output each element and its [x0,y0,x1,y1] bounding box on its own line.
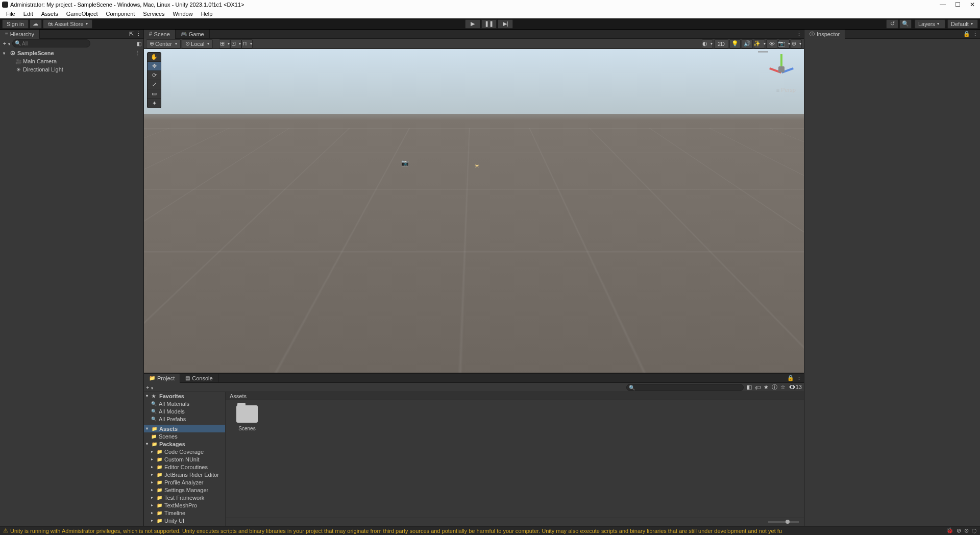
pivot-mode-button[interactable]: ⊕Center▾ [146,39,181,48]
menu-help[interactable]: Help [197,11,217,17]
hierarchy-scene-row[interactable]: ▾ ⦿ SampleScene ⋮ [0,49,143,57]
expand-arrow-icon[interactable]: ▾ [3,51,8,56]
project-breadcrumb[interactable]: Assets [226,392,804,400]
menu-edit[interactable]: Edit [19,11,37,17]
scene-menu-icon[interactable]: ⋮ [135,50,140,57]
menu-window[interactable]: Window [169,11,197,17]
packages-folder[interactable]: ▾📁Packages [144,440,225,448]
asset-folder-scenes[interactable]: Scenes [231,405,263,431]
project-create-button[interactable]: +▾ [146,384,155,391]
package-item[interactable]: ▸📁Code Coverage [144,448,225,455]
menu-services[interactable]: Services [139,11,168,17]
hierarchy-item-light[interactable]: ☀ Directional Light [0,65,143,74]
sign-in-button[interactable]: Sign in [2,19,29,29]
save-search-icon[interactable]: ★ [764,384,769,391]
menu-assets[interactable]: Assets [37,11,62,17]
favorite-all-materials[interactable]: 🔍All Materials [144,400,225,407]
menu-gameobject[interactable]: GameObject [62,11,102,17]
package-item[interactable]: ▸📁Unity UI [144,517,225,524]
panel-menu-icon[interactable]: ⋮ [796,31,802,37]
status-spinner-icon[interactable]: ◌ [972,527,977,534]
minimize-button[interactable]: — [940,1,946,8]
2d-toggle-button[interactable]: 2D [714,39,728,48]
play-button[interactable]: ▶ [465,19,480,29]
assets-scenes-folder[interactable]: 📁Scenes [144,432,225,440]
snap-increment-button[interactable]: ⊡▾ [230,39,241,48]
panel-menu-icon[interactable]: ⋮ [972,31,978,37]
favorite-all-models[interactable]: 🔍All Models [144,407,225,415]
fx-toggle-button[interactable]: ✨▾ [754,39,765,48]
tab-inspector[interactable]: ⓘInspector [804,30,845,39]
panel-menu-icon[interactable]: ⋮ [796,375,802,381]
status-message[interactable]: Unity is running with Administrator priv… [10,528,782,534]
package-item[interactable]: ▸📁Test Framework [144,494,225,501]
snap-toggle-button[interactable]: ⊓▾ [241,39,253,48]
maximize-button[interactable]: ☐ [955,1,961,8]
menu-file[interactable]: File [2,11,19,17]
status-bug-icon[interactable]: 🐞 [946,527,953,534]
thumbnail-size-slider[interactable] [226,518,804,526]
search-by-type-icon[interactable]: ◧ [747,384,752,391]
favorite-icon[interactable]: ☆ [780,384,786,391]
package-item[interactable]: ▸📁JetBrains Rider Editor [144,471,225,478]
light-gizmo-icon[interactable]: ☀ [474,162,480,169]
camera-settings-button[interactable]: 📷▾ [778,39,790,48]
tab-hierarchy[interactable]: ≡Hierarchy [0,30,40,39]
package-item[interactable]: ▸📁TextMeshPro [144,501,225,509]
project-search-input[interactable] [626,384,744,391]
orientation-gizmo[interactable] [766,54,797,85]
grid-snap-button[interactable]: ⊞▾ [219,39,230,48]
rect-tool[interactable]: ▭ [148,89,161,99]
scale-tool[interactable]: ⤢ [148,80,161,89]
favorites-header[interactable]: ▾★Favorites [144,392,225,400]
panel-lock-icon[interactable]: 🔒 [787,375,794,381]
move-tool[interactable]: ✥ [148,62,161,71]
package-item[interactable]: ▸📁Settings Manager [144,486,225,494]
lighting-toggle-button[interactable]: 💡 [729,39,741,48]
transform-tool[interactable]: ✦ [148,99,161,108]
tab-console[interactable]: ▤Console [180,374,218,383]
hidden-toggle-button[interactable]: 👁 [766,39,777,48]
favorite-all-prefabs[interactable]: 🔍All Prefabs [144,415,225,423]
camera-gizmo-icon[interactable]: 📷 [401,159,409,166]
global-search-button[interactable]: 🔍 [899,19,912,29]
close-button[interactable]: ✕ [970,1,975,8]
overlay-handle[interactable] [758,51,768,53]
asset-grid[interactable]: Scenes [226,400,804,518]
hierarchy-search-input[interactable] [12,39,90,47]
tab-game[interactable]: 🎮Game [176,30,210,39]
hidden-count-icon[interactable]: 👁‍🗨13 [789,384,802,391]
tab-scene[interactable]: #Scene [144,30,176,39]
panel-popout-icon[interactable]: ⇱ [129,31,134,37]
scene-viewport[interactable]: ✋ ✥ ⟳ ⤢ ▭ ✦ ≡ Persp 📷 ☀ [144,49,804,373]
assets-folder[interactable]: ▾📁Assets [144,425,225,432]
tab-project[interactable]: 📁Project [144,374,180,383]
layout-dropdown[interactable]: Default▾ [947,19,978,29]
audio-toggle-button[interactable]: 🔊 [742,39,753,48]
rotate-tool[interactable]: ⟳ [148,71,161,80]
gizmos-button[interactable]: ⊛▾ [791,39,802,48]
projection-label[interactable]: ≡ Persp [776,87,796,93]
hierarchy-create-button[interactable]: +▾ [2,40,11,46]
search-by-label-icon[interactable]: 🏷 [755,384,761,391]
cloud-button[interactable]: ☁ [30,19,42,29]
info-icon[interactable]: ⓘ [772,383,777,391]
draw-mode-button[interactable]: ◐▾ [702,39,713,48]
layers-dropdown[interactable]: Layers▾ [915,19,945,29]
package-item[interactable]: ▸📁Profile Analyzer [144,478,225,486]
package-item[interactable]: ▸📁Timeline [144,509,225,517]
package-item[interactable]: ▸📁Custom NUnit [144,455,225,463]
pause-button[interactable]: ❚❚ [481,19,497,29]
step-button[interactable]: ▶| [498,19,513,29]
status-auto-refresh-icon[interactable]: ⊙ [964,527,969,534]
status-cache-icon[interactable]: ⊘ [957,527,961,534]
hand-tool[interactable]: ✋ [148,53,161,62]
hierarchy-filter-icon[interactable]: ◧ [137,41,141,46]
panel-menu-icon[interactable]: ⋮ [136,31,141,37]
panel-lock-icon[interactable]: 🔒 [963,31,970,37]
asset-store-button[interactable]: 🛍 Asset Store▾ [43,19,92,29]
hierarchy-item-camera[interactable]: 🎥 Main Camera [0,57,143,65]
menu-component[interactable]: Component [102,11,139,17]
space-mode-button[interactable]: ⊙Local▾ [182,39,213,48]
undo-history-button[interactable]: ↺ [886,19,898,29]
